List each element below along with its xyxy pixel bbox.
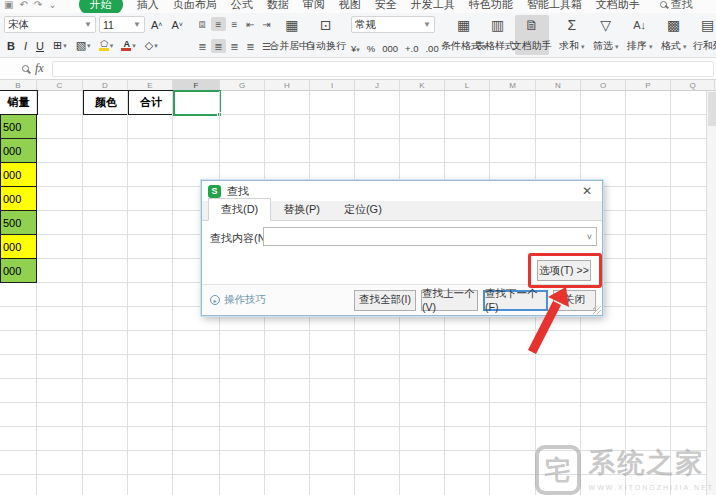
save-icon[interactable]: ▣	[4, 0, 13, 10]
column-header-k[interactable]: K	[400, 80, 445, 90]
cell-e1[interactable]: 合计	[128, 90, 174, 115]
cell-b8[interactable]: 000	[0, 258, 37, 283]
ribbon-tab-security[interactable]: 安全	[375, 0, 397, 12]
align-center-icon[interactable]: ≣	[211, 39, 226, 53]
column-header-b[interactable]: B	[0, 80, 37, 90]
undo-icon[interactable]: ↶	[19, 0, 27, 10]
ribbon-tab-bar: ▣↶↷⌄ 开始插入页面布局公式数据审阅视图安全开发工具特色功能智能工具箱文档助手…	[0, 0, 716, 13]
vertical-scrollbar[interactable]	[706, 91, 716, 495]
justify-icon[interactable]: ≣	[243, 39, 258, 53]
font-color-button[interactable]: A▾	[119, 37, 139, 54]
ribbon-tab-home[interactable]: 开始	[79, 0, 123, 13]
align-middle-icon[interactable]: ≡	[211, 17, 226, 31]
dialog-tab-goto[interactable]: 定位(G)	[332, 199, 394, 220]
currency-button[interactable]: ¥▾	[351, 43, 360, 54]
cell-b1[interactable]: 销量	[0, 90, 38, 115]
number-format-combo[interactable]: 常规▼	[351, 16, 435, 33]
tips-link[interactable]: ▸ 操作技巧	[210, 293, 354, 307]
decrease-decimal-button[interactable]: .00	[425, 43, 438, 54]
column-header-f[interactable]: F	[173, 80, 220, 90]
align-left-icon[interactable]: ≣	[195, 39, 210, 53]
sort-button[interactable]: A↓ 排序 ▾	[623, 15, 657, 55]
rows-cols-button[interactable]: ▤ 行和列	[691, 15, 716, 55]
dialog-tab-find[interactable]: 查找(D)	[208, 198, 271, 221]
redo-icon[interactable]: ↷	[34, 0, 42, 10]
column-header-m[interactable]: M	[490, 80, 536, 90]
ribbon-tab-smart-toolbox[interactable]: 智能工具箱	[527, 0, 582, 12]
cell-d1[interactable]: 颜色	[83, 90, 129, 115]
merge-center-button[interactable]: ▦ 合并居中 ▾	[275, 15, 309, 55]
ribbon-tab-data[interactable]: 数据	[267, 0, 289, 12]
align-bottom-icon[interactable]: ≡	[227, 17, 242, 31]
column-header-n[interactable]: N	[536, 80, 581, 90]
sum-button[interactable]: Σ 求和 ▾	[555, 15, 589, 55]
column-header-i[interactable]: I	[310, 80, 355, 90]
cell-b3[interactable]: 000	[0, 138, 37, 163]
cell-b2[interactable]: 500	[0, 114, 37, 139]
filter-button[interactable]: ▽ 筛选 ▾	[589, 15, 623, 55]
ribbon-tab-page-layout[interactable]: 页面布局	[173, 0, 217, 12]
column-header-q[interactable]: Q	[671, 80, 715, 90]
ribbon-tab-dev-tools[interactable]: 开发工具	[411, 0, 455, 12]
column-header-d[interactable]: D	[83, 80, 128, 90]
ribbon-tab-doc-assistant[interactable]: 文档助手	[596, 0, 640, 12]
fill-color-button[interactable]: ⬠▾	[97, 37, 117, 54]
column-header-g[interactable]: G	[220, 80, 265, 90]
bold-button[interactable]: B	[4, 37, 18, 54]
clear-format-button[interactable]: ◇▾	[142, 37, 161, 54]
underline-button[interactable]: U	[33, 37, 47, 54]
thousands-button[interactable]: 000	[382, 43, 398, 54]
format-button[interactable]: ▩ 格式 ▾	[657, 15, 691, 55]
doc-assistant-button[interactable]: 🗎 文档助手	[515, 15, 549, 55]
ribbon-tab-review[interactable]: 审阅	[303, 0, 325, 12]
ribbon-tab-formulas[interactable]: 公式	[231, 0, 253, 12]
decrease-indent-icon[interactable]: ⇤	[243, 17, 258, 31]
find-input[interactable]	[264, 229, 583, 244]
more-icon[interactable]: ⌄	[48, 0, 56, 10]
font-name-combo[interactable]: 宋体▼	[4, 16, 96, 33]
fx-icon[interactable]: fx	[35, 61, 44, 76]
column-header-e[interactable]: E	[128, 80, 173, 90]
font-increase-button[interactable]: A˄	[148, 16, 165, 33]
close-icon[interactable]: ✕	[578, 184, 596, 198]
close-button[interactable]: 关闭	[553, 290, 596, 311]
table-style-button[interactable]: ▥ 表格样式 ▾	[481, 15, 515, 55]
resize-grip[interactable]	[593, 306, 601, 314]
find-all-button[interactable]: 查找全部(I)	[354, 290, 416, 311]
dialog-tab-replace[interactable]: 替换(P)	[271, 199, 332, 220]
column-header-h[interactable]: H	[265, 80, 310, 90]
selected-cell-f[interactable]	[173, 90, 221, 116]
font-decrease-button[interactable]: A˅	[168, 16, 185, 33]
find-next-button[interactable]: 查找下一个(F)	[483, 290, 548, 311]
borders-button[interactable]: ⊞▾	[50, 37, 70, 54]
shading-button[interactable]: ▧▾	[73, 37, 94, 54]
find-prev-button[interactable]: 查找上一个(V)	[421, 290, 478, 311]
cell-b6[interactable]: 500	[0, 210, 37, 235]
options-button[interactable]: 选项(T) >>	[537, 260, 591, 281]
ribbon-tab-special-features[interactable]: 特色功能	[469, 0, 513, 12]
column-header-o[interactable]: O	[581, 80, 626, 90]
scrollbar-thumb[interactable]	[708, 92, 716, 126]
column-header-l[interactable]: L	[445, 80, 490, 90]
ribbon-tab-insert[interactable]: 插入	[137, 0, 159, 12]
increase-indent-icon[interactable]: ⇥	[259, 17, 274, 31]
name-box-search-icon[interactable]	[22, 65, 29, 72]
find-input-combo[interactable]: ˅	[263, 227, 597, 246]
cell-b5[interactable]: 000	[0, 186, 37, 211]
formula-input[interactable]	[52, 61, 714, 77]
wrap-text-button[interactable]: ⊡ 自动换行	[309, 15, 343, 55]
tab-search[interactable]: 查找	[660, 0, 693, 12]
italic-button[interactable]: I	[21, 37, 30, 54]
document-icon: 🗎	[525, 17, 539, 33]
increase-decimal-button[interactable]: +.0	[405, 43, 418, 54]
column-header-j[interactable]: J	[355, 80, 400, 90]
cell-b4[interactable]: 000	[0, 162, 37, 187]
align-top-icon[interactable]: 🗏	[195, 17, 210, 31]
column-header-p[interactable]: P	[626, 80, 671, 90]
percent-button[interactable]: %	[367, 43, 375, 54]
ribbon-tab-view[interactable]: 视图	[339, 0, 361, 12]
cell-b7[interactable]: 000	[0, 234, 37, 259]
font-size-combo[interactable]: 11▼	[99, 16, 145, 33]
align-right-icon[interactable]: ≣	[227, 39, 242, 53]
column-header-c[interactable]: C	[37, 80, 83, 90]
